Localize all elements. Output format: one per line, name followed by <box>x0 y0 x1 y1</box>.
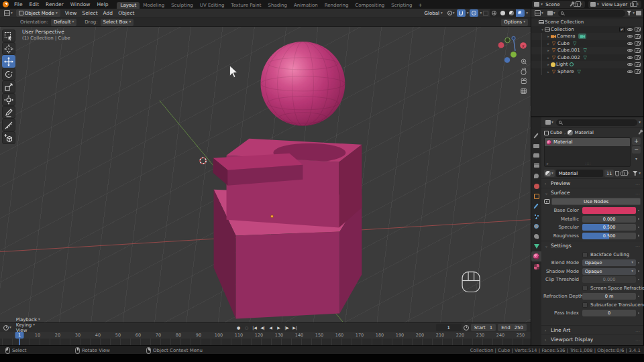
sphere-object[interactable] <box>261 42 345 126</box>
view-layer-selector[interactable]: ▾ View Layer × <box>588 1 641 8</box>
properties-tab-world[interactable] <box>531 181 541 191</box>
disable-in-renders-icon[interactable] <box>635 41 641 46</box>
editor-type-button[interactable]: ▾ <box>3 10 14 16</box>
workspace-tab-compositing[interactable]: Compositing <box>352 2 388 9</box>
panel-settings[interactable]: ⌄Settings… Backface CullingBlend Mode Op… <box>541 241 643 318</box>
tool-move-button[interactable] <box>2 55 15 68</box>
workspace-tab-rendering[interactable]: Rendering <box>321 2 352 9</box>
breadcrumb-object[interactable]: Cube <box>550 130 562 135</box>
pass-index-field[interactable]: 0 <box>582 310 636 316</box>
frame-start-field[interactable]: Start1 <box>471 324 496 331</box>
animate-dot-icon[interactable] <box>636 312 641 314</box>
options-dropdown[interactable]: Options▾ <box>501 19 528 26</box>
orientation-dropdown[interactable]: Default▾ <box>51 19 76 26</box>
current-frame-field[interactable]: 1 <box>436 324 462 331</box>
animate-dot-icon[interactable] <box>636 210 641 212</box>
properties-tab-modifiers[interactable] <box>531 201 541 211</box>
scene-name[interactable]: Scene <box>544 2 570 7</box>
topbar-menu-help[interactable]: Help <box>93 1 111 7</box>
hide-in-viewport-icon[interactable] <box>627 68 633 74</box>
tool-scale-button[interactable] <box>2 80 15 93</box>
zoom-icon[interactable] <box>521 59 527 64</box>
prev-keyframe-button[interactable]: ◀| <box>259 324 266 331</box>
add-slot-button[interactable]: + <box>632 137 641 145</box>
expand-icon[interactable]: ▸ <box>546 70 551 74</box>
properties-options-chevron[interactable]: ▾ <box>639 121 641 125</box>
timeline-menu-keying[interactable]: Keying▾ <box>13 322 44 328</box>
properties-tab-object[interactable] <box>531 191 541 201</box>
disable-in-renders-icon[interactable] <box>635 27 641 32</box>
refraction-depth-field[interactable]: 0 m <box>582 293 636 300</box>
playhead-frame-badge[interactable]: 1 <box>15 332 24 339</box>
timeline-ruler[interactable]: 1020304050607080901001101201301401501601… <box>0 332 531 345</box>
outliner-row-camera[interactable]: ▸ Camera <box>531 33 643 40</box>
hide-in-viewport-icon[interactable] <box>627 40 633 46</box>
browse-material-button[interactable]: ▾ <box>544 170 555 177</box>
add-workspace-button[interactable]: + <box>415 2 425 9</box>
disable-in-renders-icon[interactable] <box>635 69 641 74</box>
proportional-options-chevron[interactable]: ▾ <box>480 11 482 15</box>
tool-select-box-button[interactable] <box>2 29 15 42</box>
backface-culling-checkbox[interactable] <box>582 252 588 257</box>
animate-dot-icon[interactable] <box>636 235 641 237</box>
outliner-row-light[interactable]: ▸ Light <box>531 61 643 68</box>
disable-in-renders-icon[interactable] <box>635 48 641 53</box>
material-name-field[interactable]: Material <box>556 170 603 177</box>
gizmo-z-pos[interactable] <box>504 57 510 62</box>
outliner-display-mode-button[interactable]: ▾ <box>546 11 557 15</box>
gizmo-y-neg[interactable] <box>505 38 511 43</box>
outliner-row-collection[interactable]: ▾ Collection <box>531 26 643 34</box>
properties-tab-particles[interactable] <box>531 211 541 221</box>
disable-in-renders-icon[interactable] <box>635 55 641 60</box>
workspace-tab-scripting[interactable]: Scripting <box>388 2 415 9</box>
drag-dropdown[interactable]: Select Box▾ <box>101 19 134 26</box>
viewport-menu-add[interactable]: Add <box>101 10 116 16</box>
topbar-menu-window[interactable]: Window <box>67 1 94 7</box>
use-nodes-button[interactable]: Use Nodes <box>551 198 641 205</box>
topbar-menu-edit[interactable]: Edit <box>26 1 43 7</box>
expand-icon[interactable]: ▸ <box>546 42 551 46</box>
shading-rendered-button[interactable] <box>516 9 525 17</box>
blender-logo-icon[interactable] <box>3 1 9 7</box>
pan-hand-icon[interactable] <box>521 68 526 74</box>
disable-in-renders-icon[interactable] <box>635 34 641 39</box>
jump-start-button[interactable]: |◀ <box>251 324 258 331</box>
blend-mode-dropdown[interactable]: Opaque▾ <box>582 259 636 266</box>
animate-dot-icon[interactable] <box>636 296 641 298</box>
tool-rotate-button[interactable] <box>2 68 15 80</box>
outliner-search-input[interactable] <box>558 10 626 17</box>
next-keyframe-button[interactable]: |▶ <box>283 324 290 331</box>
viewport-menu-view[interactable]: View <box>62 10 80 16</box>
workspace-tab-texture-paint[interactable]: Texture Paint <box>227 2 264 9</box>
filter-chevron[interactable]: ▾ <box>639 172 641 176</box>
camera-view-icon[interactable] <box>521 78 526 83</box>
new-scene-icon[interactable] <box>574 3 578 7</box>
snap-toggle-button[interactable] <box>457 9 466 17</box>
hide-in-viewport-icon[interactable] <box>627 26 633 32</box>
tool-annotate-button[interactable] <box>2 106 15 119</box>
viewport-menu-select[interactable]: Select <box>79 10 100 16</box>
shadow-mode-dropdown[interactable]: Opaque▾ <box>582 268 636 275</box>
properties-tab-material[interactable] <box>531 251 541 261</box>
panel-preview[interactable]: ›Preview… <box>541 178 643 188</box>
workspace-tab-uv-editing[interactable]: UV Editing <box>197 2 228 9</box>
hide-in-viewport-icon[interactable] <box>627 34 633 40</box>
new-material-icon[interactable] <box>621 172 625 176</box>
properties-tab-physics[interactable] <box>531 221 541 231</box>
topbar-menu-render[interactable]: Render <box>42 1 67 7</box>
properties-search-input[interactable] <box>556 119 637 126</box>
clip-threshold-field[interactable]: 0.000 <box>582 276 636 283</box>
proportional-editing-button[interactable] <box>470 9 478 17</box>
mode-dropdown[interactable]: Object Mode▾ <box>16 9 60 17</box>
new-collection-icon[interactable] <box>636 11 641 15</box>
jump-end-button[interactable]: ▶| <box>291 324 299 331</box>
workspace-tab-modeling[interactable]: Modeling <box>140 2 168 9</box>
hide-in-viewport-icon[interactable] <box>627 48 633 54</box>
snap-options-chevron[interactable]: ▾ <box>467 11 469 15</box>
tool-add-cube-button[interactable] <box>2 131 15 144</box>
expand-icon[interactable]: ▾ <box>540 27 545 32</box>
tool-transform-button[interactable] <box>2 93 15 106</box>
orthographic-toggle-icon[interactable] <box>521 88 527 93</box>
outliner-row-scene-collection[interactable]: Scene Collection <box>531 19 643 26</box>
collection-checkbox[interactable] <box>619 27 625 32</box>
